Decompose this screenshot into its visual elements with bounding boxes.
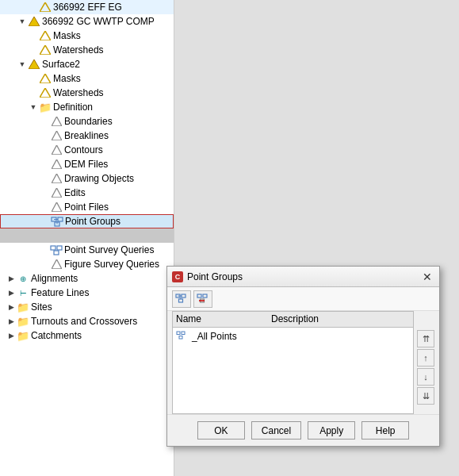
all-points-icon <box>176 331 189 342</box>
point-groups-list: Name Description _All Points <box>172 311 414 414</box>
tree-label: 366992 GC WWTP COMP <box>42 16 155 27</box>
tree-item-366992-eff[interactable]: 366992 EFF EG <box>0 0 174 14</box>
cancel-button[interactable]: Cancel <box>251 421 301 440</box>
expand-spacer <box>40 145 49 155</box>
svg-rect-25 <box>179 299 183 302</box>
tree-item-feature-lines[interactable]: ▶ ⊢ Feature Lines <box>0 286 174 300</box>
contour-icon <box>50 201 63 213</box>
tree-item-dem-files[interactable]: DEM Files <box>0 157 174 171</box>
tree-item-drawing-objects[interactable]: Drawing Objects <box>0 171 174 186</box>
tree-label: Definition <box>53 102 93 113</box>
surface-icon-2 <box>28 58 40 71</box>
catchments-icon: 📁 <box>17 329 29 342</box>
expand-spacer <box>40 174 49 183</box>
svg-marker-8 <box>52 131 62 140</box>
list-item-all-points[interactable]: _All Points <box>173 328 413 345</box>
scroll-down-button[interactable]: ↓ <box>417 368 434 386</box>
folder-icon <box>39 86 52 99</box>
expand-icon-gc[interactable]: ▼ <box>17 17 27 26</box>
svg-rect-28 <box>197 294 201 298</box>
tree-item-figure-survey-queries[interactable]: Figure Survey Queries <box>0 257 174 271</box>
apply-button[interactable]: Apply <box>308 421 355 440</box>
tree-item-definition[interactable]: ▼ 📁 Definition <box>0 100 174 114</box>
dialog-titlebar: C Point Groups ✕ <box>167 267 439 287</box>
dialog-toolbar <box>167 287 439 311</box>
gray-separator <box>0 228 174 243</box>
tree-item-alignments[interactable]: ▶ ⊕ Alignments <box>0 271 174 286</box>
contour-icon <box>50 172 63 185</box>
tree-item-turnouts[interactable]: ▶ 📁 Turnouts and Crossovers <box>0 314 174 328</box>
tree-item-point-survey-queries[interactable]: Point Survey Queries <box>0 243 174 257</box>
contour-icon <box>50 129 63 142</box>
expand-spacer <box>29 88 38 98</box>
col-name-header: Name <box>176 313 271 325</box>
all-points-name: _All Points <box>192 331 271 342</box>
tree-label: DEM Files <box>64 159 108 170</box>
svg-rect-33 <box>182 332 185 335</box>
expand-spacer <box>40 245 49 255</box>
tree-label: Point Files <box>64 202 109 213</box>
contour-icon <box>50 144 63 156</box>
expand-icon-def[interactable]: ▼ <box>29 102 38 112</box>
turnouts-icon: 📁 <box>17 315 29 328</box>
tree-label: Breaklines <box>64 130 109 141</box>
tree-item-edits[interactable]: Edits <box>0 186 174 200</box>
surface-icon <box>39 1 52 13</box>
scroll-up-button[interactable]: ↑ <box>417 349 434 367</box>
tree-item-surface2[interactable]: ▼ Surface2 <box>0 57 174 71</box>
point-groups-dialog: C Point Groups ✕ <box>166 266 440 447</box>
remove-point-group-button[interactable] <box>193 290 212 308</box>
tree-label: Surface2 <box>42 59 80 70</box>
svg-marker-22 <box>52 259 62 269</box>
tree-label: Sites <box>31 301 52 313</box>
tree-label: Contours <box>64 144 103 155</box>
tree-label: Catchments <box>31 330 82 341</box>
dialog-title-left: C Point Groups <box>172 271 243 282</box>
svg-rect-29 <box>203 294 207 298</box>
help-button[interactable]: Help <box>361 421 409 440</box>
tree-label: Edits <box>64 187 86 198</box>
tree-item-masks-2[interactable]: Masks <box>0 71 174 86</box>
tree-panel: 366992 EFF EG ▼ 366992 GC WWTP COMP Mask… <box>0 0 174 476</box>
tree-label: Feature Lines <box>31 287 89 298</box>
tree-item-watersheds-1[interactable]: Watersheds <box>0 43 174 57</box>
contour-icon <box>50 115 63 128</box>
tree-item-breaklines[interactable]: Breaklines <box>0 129 174 143</box>
expand-icon-surface2[interactable]: ▼ <box>17 60 27 69</box>
svg-marker-5 <box>40 74 51 83</box>
scroll-bottom-button[interactable]: ⇊ <box>417 387 434 405</box>
tree-item-watersheds-2[interactable]: Watersheds <box>0 86 174 100</box>
ok-button[interactable]: OK <box>197 421 245 440</box>
tree-label: Masks <box>53 73 81 84</box>
contour-icon <box>50 186 63 199</box>
svg-marker-7 <box>52 117 62 126</box>
tree-label: Drawing Objects <box>64 173 134 184</box>
svg-rect-20 <box>57 246 62 250</box>
tree-label: Turnouts and Crossovers <box>31 316 137 327</box>
tree-item-boundaries[interactable]: Boundaries <box>0 114 174 129</box>
dialog-close-button[interactable]: ✕ <box>420 270 434 284</box>
tree-label: Point Survey Queries <box>64 244 154 255</box>
expand-spacer <box>29 2 38 12</box>
tree-label: Watersheds <box>53 44 104 56</box>
add-point-group-button[interactable] <box>172 290 191 308</box>
tree-item-366992-gc[interactable]: ▼ 366992 GC WWTP COMP <box>0 14 174 29</box>
expand-spacer: ▶ <box>6 302 16 312</box>
tree-item-masks-1[interactable]: Masks <box>0 29 174 43</box>
tree-item-point-files[interactable]: Point Files <box>0 200 174 214</box>
expand-spacer: ▶ <box>6 317 16 326</box>
tree-item-catchments[interactable]: ▶ 📁 Catchments <box>0 328 174 343</box>
svg-marker-9 <box>52 145 62 155</box>
dialog-app-icon: C <box>172 271 183 282</box>
svg-marker-6 <box>40 88 51 98</box>
tree-item-sites[interactable]: ▶ 📁 Sites <box>0 300 174 314</box>
expand-spacer <box>29 45 38 55</box>
expand-spacer <box>40 188 49 198</box>
svg-marker-1 <box>29 17 40 26</box>
scroll-top-button[interactable]: ⇈ <box>417 330 434 347</box>
expand-spacer <box>40 217 50 226</box>
feature-lines-icon: ⊢ <box>17 286 29 299</box>
tree-item-point-groups[interactable]: Point Groups <box>0 214 174 228</box>
svg-rect-34 <box>179 336 182 340</box>
tree-item-contours[interactable]: Contours <box>0 143 174 157</box>
